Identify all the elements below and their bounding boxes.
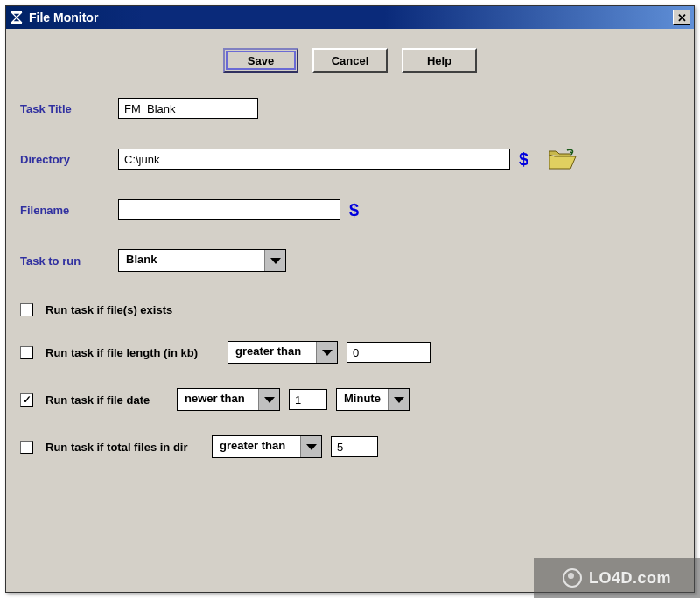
row-filename: Filename $: [20, 197, 680, 223]
checkbox-exists[interactable]: [20, 303, 33, 316]
label-task-to-run: Task to run: [20, 254, 118, 268]
variable-button-directory[interactable]: $: [519, 150, 528, 170]
chevron-down-icon[interactable]: [264, 250, 285, 271]
row-task-to-run: Task to run Blank: [20, 247, 680, 274]
chevron-down-icon[interactable]: [300, 436, 321, 457]
combo-date-unit-text: Minute: [337, 389, 388, 410]
label-check-date: Run task if file date: [46, 393, 168, 407]
combo-date-op-text: newer than: [178, 389, 258, 410]
close-icon: ✕: [677, 11, 687, 24]
help-button[interactable]: Help: [402, 48, 477, 73]
hourglass-icon: [10, 10, 24, 24]
variable-button-filename[interactable]: $: [349, 200, 359, 220]
combo-length-op[interactable]: greater than: [228, 341, 338, 364]
file-monitor-window: File Monitor ✕ Save Cancel Help Task Tit…: [5, 5, 695, 593]
combo-task-to-run-text: Blank: [119, 250, 264, 271]
label-directory: Directory: [20, 153, 118, 166]
row-directory: Directory $: [20, 146, 680, 172]
close-button[interactable]: ✕: [673, 10, 690, 25]
globe-icon: [563, 568, 582, 588]
label-check-total: Run task if total files in dir: [46, 441, 203, 454]
input-filename[interactable]: [118, 199, 340, 220]
row-task-title: Task Title: [20, 95, 680, 122]
row-check-date: Run task if file date newer than Minute: [20, 388, 680, 411]
dialog-button-row: Save Cancel Help: [20, 48, 680, 73]
combo-total-op-text: greater than: [213, 436, 300, 457]
client-area: Save Cancel Help Task Title Directory $ …: [6, 29, 694, 497]
input-length-value[interactable]: [346, 342, 430, 363]
browse-folder-button[interactable]: [548, 148, 578, 170]
input-directory[interactable]: [118, 149, 510, 170]
window-title: File Monitor: [29, 10, 673, 24]
input-task-title[interactable]: [118, 98, 258, 119]
checkbox-total[interactable]: [20, 441, 33, 454]
cancel-button[interactable]: Cancel: [312, 48, 388, 73]
row-check-exists: Run task if file(s) exists: [20, 303, 680, 316]
combo-task-to-run[interactable]: Blank: [118, 249, 286, 272]
combo-total-op[interactable]: greater than: [212, 435, 322, 458]
chevron-down-icon[interactable]: [388, 389, 409, 410]
row-check-total: Run task if total files in dir greater t…: [20, 435, 680, 458]
checkbox-length[interactable]: [20, 346, 33, 359]
chevron-down-icon[interactable]: [258, 389, 279, 410]
input-date-value[interactable]: [289, 389, 327, 410]
label-check-exists: Run task if file(s) exists: [46, 303, 172, 316]
watermark: LO4D.com: [534, 558, 700, 598]
label-task-title: Task Title: [20, 102, 118, 115]
combo-date-op[interactable]: newer than: [177, 388, 280, 411]
combo-length-op-text: greater than: [228, 342, 316, 363]
combo-date-unit[interactable]: Minute: [336, 388, 410, 411]
label-filename: Filename: [20, 204, 118, 217]
checkbox-date[interactable]: [20, 393, 33, 407]
label-check-length: Run task if file length (in kb): [46, 346, 219, 359]
row-check-length: Run task if file length (in kb) greater …: [20, 341, 680, 364]
titlebar: File Monitor ✕: [6, 6, 694, 29]
watermark-text: LO4D.com: [589, 569, 671, 588]
chevron-down-icon[interactable]: [316, 342, 337, 363]
input-total-value[interactable]: [331, 436, 378, 457]
save-button[interactable]: Save: [223, 48, 298, 73]
